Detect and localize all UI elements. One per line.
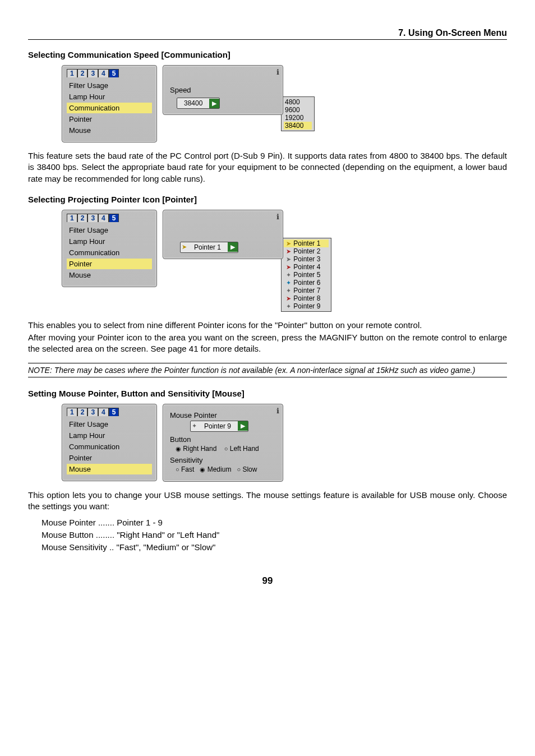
sidebar-item-lamp-hour[interactable]: Lamp Hour xyxy=(67,236,152,247)
chapter-header: 7. Using On-Screen Menu xyxy=(28,28,507,40)
help-icon[interactable]: ℹ xyxy=(276,407,279,415)
sidebar-item-filter-usage[interactable]: Filter Usage xyxy=(67,80,152,91)
radio-label: Right Hand xyxy=(183,445,216,453)
tab-1[interactable]: 1 xyxy=(67,214,77,222)
sidebar-item-mouse[interactable]: Mouse xyxy=(67,464,152,474)
radio-fast[interactable]: ○ Fast xyxy=(176,465,194,473)
tab-strip: 1 2 3 4 5 xyxy=(67,214,152,222)
pointer-option-4[interactable]: ➤ Pointer 4 xyxy=(284,263,329,271)
sidebar-item-communication[interactable]: Communication xyxy=(67,441,152,452)
button-radio-group: ◉ Right Hand ○ Left Hand xyxy=(176,445,278,453)
list-item: Mouse Button ........ "Right Hand" or "L… xyxy=(41,529,507,541)
tab-5[interactable]: 5 xyxy=(109,214,119,222)
tab-4[interactable]: 4 xyxy=(98,408,109,416)
sidebar-item-lamp-hour[interactable]: Lamp Hour xyxy=(67,430,152,441)
pointer-option-label: Pointer 1 xyxy=(293,239,320,247)
tab-3[interactable]: 3 xyxy=(87,408,98,416)
list-label: Mouse Pointer ....... xyxy=(41,518,114,527)
pointer-option-label: Pointer 6 xyxy=(293,279,320,287)
tab-3[interactable]: 3 xyxy=(87,69,98,77)
sidebar-item-pointer[interactable]: Pointer xyxy=(67,453,152,463)
sidebar-item-communication[interactable]: Communication xyxy=(67,103,152,113)
pointer-5-icon: ✦ xyxy=(285,271,292,279)
pointer-option-6[interactable]: ✦ Pointer 6 xyxy=(284,279,329,287)
pointer-option-3[interactable]: ➤ Pointer 3 xyxy=(284,255,329,263)
radio-right-hand[interactable]: ◉ Right Hand xyxy=(176,445,216,453)
sidebar-item-filter-usage[interactable]: Filter Usage xyxy=(67,225,152,236)
speed-combo[interactable]: 38400 ▶ xyxy=(177,98,220,109)
section-title-mouse: Setting Mouse Pointer, Button and Sensit… xyxy=(28,389,507,398)
tab-5[interactable]: 5 xyxy=(109,69,119,77)
main-panel-pointer: ℹ ➤ Pointer 1 ▶ xyxy=(163,210,283,259)
tab-3[interactable]: 3 xyxy=(87,214,98,222)
radio-label: Left Hand xyxy=(230,445,259,453)
button-group-label: Button xyxy=(170,435,278,444)
pointer-7-icon: ✦ xyxy=(285,287,292,294)
speed-label: Speed xyxy=(170,86,278,94)
sidebar-item-lamp-hour[interactable]: Lamp Hour xyxy=(67,91,152,102)
speed-option-38400[interactable]: 38400 xyxy=(284,122,312,130)
pointer-option-1[interactable]: ➤ Pointer 1 xyxy=(284,239,329,247)
help-icon[interactable]: ℹ xyxy=(276,213,279,221)
tab-5[interactable]: 5 xyxy=(109,408,119,416)
pointer-9-icon: ✦ xyxy=(285,303,292,310)
body-text-pointer-2: After moving your Pointer icon to the ar… xyxy=(28,332,507,355)
tab-4[interactable]: 4 xyxy=(98,214,109,222)
list-value: "Fast", "Medium" or "Slow" xyxy=(116,542,215,552)
body-text-communication: This feature sets the baud rate of the P… xyxy=(28,150,507,185)
tab-4[interactable]: 4 xyxy=(98,69,109,77)
speed-option-9600[interactable]: 9600 xyxy=(284,106,312,114)
radio-left-hand[interactable]: ○ Left Hand xyxy=(224,445,259,453)
section-title-pointer: Selecting Projecting Pointer Icon [Point… xyxy=(28,195,507,204)
main-panel-communication: ℹ Speed 38400 ▶ xyxy=(163,65,283,115)
tab-1[interactable]: 1 xyxy=(67,69,77,77)
pointer-option-5[interactable]: ✦ Pointer 5 xyxy=(284,271,329,279)
ui-pointer: 1 2 3 4 5 Filter Usage Lamp Hour Communi… xyxy=(62,210,507,312)
radio-label: Slow xyxy=(242,465,257,473)
pointer-combo[interactable]: ➤ Pointer 1 ▶ xyxy=(180,242,238,253)
tab-2[interactable]: 2 xyxy=(77,408,88,416)
radio-label: Medium xyxy=(207,465,232,473)
pointer-option-label: Pointer 2 xyxy=(293,247,320,255)
pointer-3-icon: ➤ xyxy=(285,256,292,263)
speed-option-4800[interactable]: 4800 xyxy=(284,98,312,106)
sidebar-panel: 1 2 3 4 5 Filter Usage Lamp Hour Communi… xyxy=(62,404,157,481)
sidebar-item-pointer[interactable]: Pointer xyxy=(67,114,152,125)
pointer-option-label: Pointer 7 xyxy=(293,287,320,294)
mouse-pointer-combo-value: Pointer 9 xyxy=(197,421,238,431)
sidebar-item-mouse[interactable]: Mouse xyxy=(67,125,152,136)
pointer-option-label: Pointer 3 xyxy=(293,255,320,263)
mouse-pointer-combo[interactable]: ✦ Pointer 9 ▶ xyxy=(190,421,248,432)
combo-arrow-icon: ▶ xyxy=(228,242,238,252)
pointer-option-7[interactable]: ✦ Pointer 7 xyxy=(284,287,329,294)
sidebar-item-communication[interactable]: Communication xyxy=(67,247,152,258)
radio-unselected-icon: ○ xyxy=(237,466,241,473)
sidebar-item-pointer[interactable]: Pointer xyxy=(67,259,152,269)
sidebar-item-mouse[interactable]: Mouse xyxy=(67,270,152,280)
radio-slow[interactable]: ○ Slow xyxy=(237,465,257,473)
radio-label: Fast xyxy=(181,465,194,473)
sidebar-item-filter-usage[interactable]: Filter Usage xyxy=(67,419,152,430)
pointer-dropdown[interactable]: ➤ Pointer 1 ➤ Pointer 2 ➤ Pointer 3 ➤ Po… xyxy=(281,238,331,312)
help-icon[interactable]: ℹ xyxy=(276,68,279,76)
speed-option-19200[interactable]: 19200 xyxy=(284,114,312,122)
radio-unselected-icon: ○ xyxy=(224,445,228,452)
pointer-option-label: Pointer 8 xyxy=(293,294,320,302)
tab-1[interactable]: 1 xyxy=(67,408,77,416)
pointer-option-9[interactable]: ✦ Pointer 9 xyxy=(284,302,329,310)
radio-unselected-icon: ○ xyxy=(176,466,179,473)
sensitivity-radio-group: ○ Fast ◉ Medium ○ Slow xyxy=(176,465,278,473)
pointer-option-8[interactable]: ➤ Pointer 8 xyxy=(284,294,329,302)
pointer-option-label: Pointer 4 xyxy=(293,263,320,271)
radio-medium[interactable]: ◉ Medium xyxy=(200,465,231,473)
list-label: Mouse Button ........ xyxy=(41,530,114,540)
pointer-option-2[interactable]: ➤ Pointer 2 xyxy=(284,247,329,255)
page-number: 99 xyxy=(28,575,507,587)
list-item: Mouse Sensitivity .. "Fast", "Medium" or… xyxy=(41,541,507,554)
tab-2[interactable]: 2 xyxy=(77,69,88,77)
pointer-icon: ✦ xyxy=(191,422,197,430)
list-value: Pointer 1 - 9 xyxy=(117,518,163,527)
speed-combo-value: 38400 xyxy=(177,98,209,108)
speed-dropdown[interactable]: 4800 9600 19200 38400 xyxy=(281,96,315,131)
tab-2[interactable]: 2 xyxy=(77,214,88,222)
